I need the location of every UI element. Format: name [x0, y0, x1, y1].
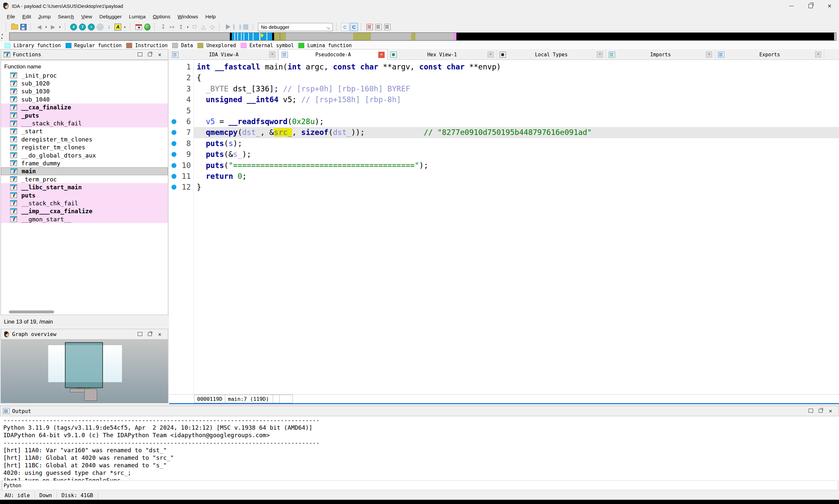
- menu-view[interactable]: View: [78, 13, 96, 21]
- code-line-8[interactable]: 8 puts(s);: [169, 138, 839, 149]
- code-line-1[interactable]: 1int __fastcall main(int argc, const cha…: [169, 61, 839, 72]
- code-line-2[interactable]: 2{: [169, 72, 839, 83]
- function-list-item-_puts[interactable]: _puts: [1, 111, 168, 119]
- functions-float-icon[interactable]: [145, 52, 155, 57]
- edit-segment-icon[interactable]: △: [199, 23, 207, 31]
- code-line-5[interactable]: 5: [169, 105, 839, 116]
- script-command-icon[interactable]: C: [350, 23, 358, 31]
- close-button[interactable]: ×: [820, 0, 839, 12]
- function-list-item-__libc_start_main[interactable]: __libc_start_main: [1, 183, 168, 191]
- menu-search[interactable]: Search: [54, 13, 78, 21]
- function-list-item-__stack_chk_fail[interactable]: __stack_chk_fail: [1, 199, 168, 207]
- tab-close-icon[interactable]: ×: [269, 51, 275, 58]
- function-list-item-___stack_chk_fail[interactable]: ___stack_chk_fail: [1, 119, 168, 127]
- stop-process-icon[interactable]: [242, 23, 250, 31]
- tab-close-icon[interactable]: ×: [815, 51, 821, 58]
- graph-close-icon[interactable]: ×: [155, 331, 165, 338]
- save-database-icon[interactable]: [19, 23, 28, 31]
- open-file-icon[interactable]: [11, 23, 19, 31]
- tab-close-icon[interactable]: ×: [487, 51, 494, 58]
- tab-local-types[interactable]: Local Types×: [497, 49, 606, 60]
- functions-hscrollbar-thumb[interactable]: [9, 310, 54, 313]
- python-cli-tab[interactable]: Python: [2, 481, 23, 490]
- step-into-icon[interactable]: ↧: [159, 23, 167, 31]
- menu-jump[interactable]: Jump: [35, 13, 54, 21]
- functions-hscrollbar[interactable]: [2, 310, 166, 313]
- minimize-button[interactable]: [782, 0, 801, 12]
- function-list-item-__cxa_finalize[interactable]: __cxa_finalize: [1, 104, 168, 111]
- output-panel-header[interactable]: Output ×: [0, 406, 839, 416]
- menu-lumina[interactable]: Lumina: [125, 13, 149, 21]
- function-list-item-frame_dummy[interactable]: frame_dummy: [1, 159, 168, 167]
- code-line-3[interactable]: 3 _BYTE dst_[336]; // [rsp+0h] [rbp-160h…: [169, 84, 839, 94]
- function-list-item-__do_global_dtors_aux[interactable]: __do_global_dtors_aux: [1, 151, 168, 159]
- function-list-item-sub_1030[interactable]: sub_1030: [1, 87, 168, 95]
- rename-icon[interactable]: A: [114, 23, 122, 31]
- compile-file-icon[interactable]: C: [341, 23, 349, 31]
- jump-problem-icon[interactable]: →: [96, 23, 104, 31]
- graph-overview-header[interactable]: Graph overview ×: [1, 329, 168, 340]
- function-list-item-deregister_tm_clones[interactable]: deregister_tm_clones: [1, 135, 168, 143]
- menu-file[interactable]: File: [3, 13, 19, 21]
- graph-float-icon[interactable]: [145, 332, 155, 337]
- jump-name-icon[interactable]: T: [79, 23, 87, 31]
- code-line-9[interactable]: 9 puts(&s_);: [169, 149, 839, 160]
- tab-exports[interactable]: Exports×: [715, 49, 824, 60]
- menu-debugger[interactable]: Debugger: [96, 13, 125, 21]
- tab-pseudocode-a[interactable]: Pseudocode-A×: [278, 49, 388, 60]
- menu-options[interactable]: Options: [149, 13, 174, 21]
- step-over-icon[interactable]: ↦: [168, 23, 176, 31]
- graph-maximize-icon[interactable]: [135, 332, 145, 337]
- nav-back-dropdown-icon[interactable]: ▾: [44, 23, 48, 31]
- output-float-icon[interactable]: [816, 408, 825, 414]
- step-dropdown-icon[interactable]: ▾: [186, 23, 190, 31]
- breakpoint-window-icon[interactable]: [134, 23, 143, 31]
- function-list-item-register_tm_clones[interactable]: register_tm_clones: [1, 143, 168, 151]
- tab-close-icon[interactable]: ×: [597, 51, 603, 58]
- functions-maximize-icon[interactable]: [135, 52, 145, 57]
- pause-process-icon[interactable]: [233, 23, 241, 31]
- functions-panel-header[interactable]: Functions ×: [1, 49, 168, 60]
- function-list-item-puts[interactable]: puts: [1, 191, 168, 199]
- start-process-icon[interactable]: [224, 23, 232, 31]
- functions-column-header[interactable]: Function name: [1, 60, 168, 71]
- nav-back-icon[interactable]: ◀: [35, 23, 43, 31]
- restore-button[interactable]: [801, 0, 820, 12]
- breakpoint-dot[interactable]: [171, 174, 176, 179]
- run-analysis-icon[interactable]: [143, 23, 152, 31]
- jump-address-icon[interactable]: #: [69, 23, 78, 31]
- nav-forward-icon[interactable]: ▶: [49, 23, 57, 31]
- run-until-return-icon[interactable]: ↥: [177, 23, 185, 31]
- breakpoint-dot[interactable]: [171, 119, 176, 124]
- output-close-icon[interactable]: ×: [825, 408, 835, 414]
- code-line-4[interactable]: 4 unsigned __int64 v5; // [rsp+158h] [rb…: [169, 94, 839, 105]
- graph-overview-canvas[interactable]: [1, 340, 168, 403]
- tab-close-icon[interactable]: ×: [378, 52, 384, 58]
- function-list-item-sub_1040[interactable]: sub_1040: [1, 95, 168, 103]
- function-list-item-_init_proc[interactable]: _init_proc: [1, 71, 168, 79]
- output-window-icon[interactable]: [383, 23, 392, 31]
- function-list-item-main[interactable]: main: [1, 167, 168, 175]
- jump-next-icon[interactable]: ↓: [105, 23, 113, 31]
- menu-edit[interactable]: Edit: [19, 13, 35, 21]
- jump-function-icon[interactable]: ≡: [87, 23, 96, 31]
- watch-icon[interactable]: ◇: [208, 23, 217, 31]
- functions-list[interactable]: Function name _init_procsub_1020sub_1030…: [1, 60, 168, 315]
- nav-forward-dropdown-icon[interactable]: ▾: [58, 23, 62, 31]
- rename-dropdown-icon[interactable]: ▾: [123, 23, 127, 31]
- function-list-item-sub_1020[interactable]: sub_1020: [1, 79, 168, 87]
- function-list-item-_term_proc[interactable]: _term_proc: [1, 175, 168, 183]
- breakpoint-dot[interactable]: [171, 163, 176, 168]
- output-log[interactable]: ----------------------------------------…: [0, 416, 839, 481]
- navigation-band[interactable]: [9, 32, 836, 41]
- function-list-item-_start[interactable]: _start: [1, 127, 168, 135]
- recent-scripts-icon[interactable]: [365, 23, 374, 31]
- tab-close-icon[interactable]: ×: [706, 51, 712, 58]
- tab-imports[interactable]: Imports×: [606, 49, 715, 60]
- debug-window-icon[interactable]: □: [190, 23, 199, 31]
- breakpoint-dot[interactable]: [171, 141, 176, 146]
- code-line-12[interactable]: 12}: [169, 182, 839, 193]
- output-maximize-icon[interactable]: [806, 408, 816, 414]
- tab-hex-view-1[interactable]: Hex View-1×: [388, 49, 497, 60]
- menu-help[interactable]: Help: [202, 13, 219, 21]
